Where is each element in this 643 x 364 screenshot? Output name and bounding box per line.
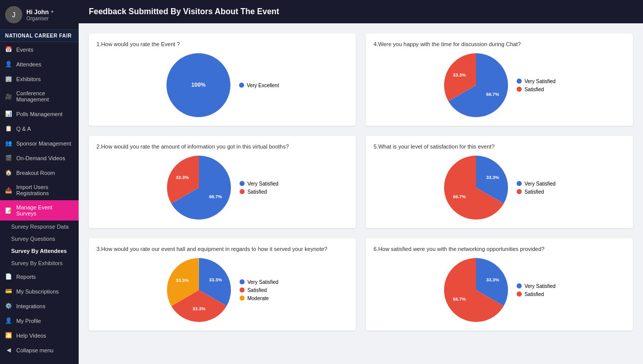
nav-icon-import: 📥 xyxy=(5,187,12,194)
sidebar-item-collapse[interactable]: ◀Collapse menu xyxy=(0,343,79,357)
sidebar-item-breakout[interactable]: 🏠Breakout Room xyxy=(0,165,79,180)
legend-dot xyxy=(517,292,522,297)
legend-label: Satisfied xyxy=(524,87,544,92)
sidebar-item-surveys[interactable]: 📝Manage Event Surveys xyxy=(0,200,79,221)
legend-label: Satisfied xyxy=(247,287,266,293)
nav-label-help: Help Videos xyxy=(16,333,46,339)
sub-item-by_attendees[interactable]: Survey By Attendees xyxy=(0,245,79,257)
nav-label-conference: Conference Management xyxy=(16,90,74,102)
sidebar-item-import[interactable]: 📥Import Users Registrations xyxy=(0,180,79,200)
nav-icon-exhibitors: 🏢 xyxy=(5,76,12,82)
sidebar-item-subscriptions[interactable]: 💳My Subscriptions xyxy=(0,284,79,299)
sidebar-item-profile[interactable]: 👤My Profile xyxy=(0,313,79,328)
legend-q6: Very SatisfiedSatisfied xyxy=(517,283,555,297)
legend-label: Very Satisfied xyxy=(524,181,555,187)
svg-text:33.3%: 33.3% xyxy=(176,175,189,180)
page-header: Feedback Submitted By Visitors About The… xyxy=(79,0,643,23)
chart-question-q2: 2.How would you rate the amount of infor… xyxy=(96,143,348,150)
svg-text:33.3%: 33.3% xyxy=(453,72,466,78)
svg-text:33.3%: 33.3% xyxy=(193,306,206,311)
nav-label-subscriptions: My Subscriptions xyxy=(16,288,59,295)
sidebar-item-reports[interactable]: 📄Reports xyxy=(0,269,79,284)
nav-icon-integrations: ⚙️ xyxy=(5,303,12,309)
pie-chart-q2: 66.7%33.3% xyxy=(166,155,232,221)
chart-container-q5: 33.3%66.7%Very SatisfiedSatisfied xyxy=(374,155,625,221)
svg-text:100%: 100% xyxy=(191,82,206,88)
legend-q1: Very Excellent xyxy=(239,83,279,88)
svg-text:66.7%: 66.7% xyxy=(209,194,222,199)
legend-item: Very Satisfied xyxy=(517,181,555,187)
sidebar-item-integrations[interactable]: ⚙️Integrations xyxy=(0,299,79,313)
legend-item: Very Satisfied xyxy=(240,279,278,285)
legend-item: Satisfied xyxy=(517,189,555,195)
sidebar-item-sponsor[interactable]: 👥Sponsor Management xyxy=(0,136,79,151)
sub-item-by_exhibitors[interactable]: Survey By Exhibitors xyxy=(0,257,79,269)
legend-dot xyxy=(517,181,522,186)
nav-icon-ondemand: 🎬 xyxy=(5,155,12,161)
sub-item-questions[interactable]: Survey Questions xyxy=(0,233,79,245)
legend-item: Very Excellent xyxy=(239,83,279,88)
legend-dot xyxy=(240,189,245,194)
legend-item: Satisfied xyxy=(240,189,278,195)
svg-text:33.3%: 33.3% xyxy=(486,277,499,282)
chart-card-q1: 1.How would you rate the Event ?100%Very… xyxy=(89,33,356,126)
legend-dot xyxy=(517,87,522,92)
nav-icon-qa: 📋 xyxy=(5,125,12,132)
pie-chart-q4: 66.7%33.3% xyxy=(443,52,509,118)
dropdown-arrow-icon: ▼ xyxy=(50,10,54,14)
nav-label-profile: My Profile xyxy=(16,318,41,324)
nav-icon-events: 📅 xyxy=(5,46,12,53)
nav-icon-help: 🎦 xyxy=(5,332,12,339)
sidebar-item-attendees[interactable]: 👤Attendees xyxy=(0,57,79,71)
user-info: Hi John ▼ Organiser xyxy=(26,9,54,21)
nav-icon-polls: 📊 xyxy=(5,111,12,117)
sidebar-item-exhibitors[interactable]: 🏢Exhibitors xyxy=(0,71,79,86)
pie-chart-q5: 33.3%66.7% xyxy=(443,155,509,221)
legend-label: Satisfied xyxy=(524,189,544,195)
svg-text:33.3%: 33.3% xyxy=(176,278,189,283)
legend-dot xyxy=(239,83,244,88)
nav-icon-surveys: 📝 xyxy=(5,207,12,214)
nav-icon-collapse: ◀ xyxy=(5,347,12,353)
nav-label-polls: Polls Management xyxy=(16,111,62,117)
legend-q2: Very SatisfiedSatisfied xyxy=(240,181,278,195)
org-label: NATIONAL CAREER FAIR xyxy=(0,30,79,42)
legend-q3: Very SatisfiedSatisfiedModerate xyxy=(240,279,278,301)
nav-label-import: Import Users Registrations xyxy=(16,184,74,196)
sidebar-item-conference[interactable]: 🎥Conference Management xyxy=(0,86,79,106)
sidebar-item-help[interactable]: 🎦Help Videos xyxy=(0,328,79,343)
page-title: Feedback Submitted By Visitors About The… xyxy=(89,7,279,16)
nav-label-ondemand: On-Demand Videos xyxy=(16,155,65,161)
charts-grid: 1.How would you rate the Event ?100%Very… xyxy=(89,33,633,331)
legend-item: Very Satisfied xyxy=(517,79,555,84)
chart-card-q4: 4.Were you happy with the time for discu… xyxy=(366,33,633,126)
legend-item: Moderate xyxy=(240,296,278,301)
nav-label-reports: Reports xyxy=(16,274,36,280)
legend-item: Satisfied xyxy=(240,287,278,293)
sidebar-item-qa[interactable]: 📋Q & A xyxy=(0,121,79,136)
svg-text:66.7%: 66.7% xyxy=(453,194,466,199)
legend-label: Very Satisfied xyxy=(524,283,555,289)
pie-chart-q1: 100% xyxy=(165,52,231,118)
nav-label-attendees: Attendees xyxy=(16,61,42,67)
sidebar: J Hi John ▼ Organiser NATIONAL CAREER FA… xyxy=(0,0,79,364)
nav-label-exhibitors: Exhibitors xyxy=(16,76,41,82)
sidebar-item-polls[interactable]: 📊Polls Management xyxy=(0,106,79,121)
chart-container-q6: 33.3%66.7%Very SatisfiedSatisfied xyxy=(374,257,625,323)
user-name: Hi John ▼ xyxy=(26,9,54,16)
main-content: Feedback Submitted By Visitors About The… xyxy=(79,0,643,364)
sidebar-item-events[interactable]: 📅Events xyxy=(0,42,79,57)
chart-question-q6: 6.How satisfied were you with the networ… xyxy=(374,246,625,252)
nav-items: 📅Events👤Attendees🏢Exhibitors🎥Conference … xyxy=(0,42,79,357)
sidebar-item-ondemand[interactable]: 🎬On-Demand Videos xyxy=(0,151,79,165)
nav-label-events: Events xyxy=(16,47,33,53)
nav-label-breakout: Breakout Room xyxy=(16,170,55,176)
legend-label: Very Satisfied xyxy=(524,79,555,84)
sub-item-response[interactable]: Survey Response Data xyxy=(0,221,79,233)
legend-dot xyxy=(517,79,522,84)
nav-label-collapse: Collapse menu xyxy=(16,347,53,353)
nav-icon-attendees: 👤 xyxy=(5,61,12,67)
legend-dot xyxy=(240,296,245,301)
user-section[interactable]: J Hi John ▼ Organiser xyxy=(0,0,79,30)
legend-item: Very Satisfied xyxy=(517,283,555,289)
